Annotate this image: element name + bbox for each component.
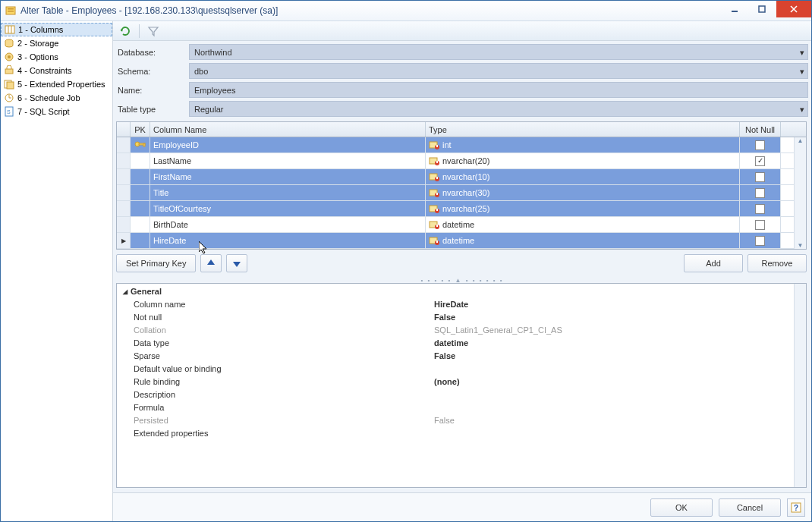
property-group-general[interactable]: ◢ General [123,287,788,296]
sidebar-item-storage[interactable]: 2 - Storage [1,36,112,50]
property-row[interactable]: Extended properties [123,426,788,439]
property-row[interactable]: Description [123,388,788,401]
cell-pk[interactable] [131,217,150,232]
row-selector[interactable] [117,137,131,153]
table-row[interactable]: LastNamenvarchar(20) [117,153,794,169]
cell-column-name[interactable]: LastName [150,153,426,168]
header-pk[interactable]: PK [131,122,150,137]
refresh-button[interactable] [118,24,133,39]
cell-pk[interactable] [131,169,150,184]
cell-column-name[interactable]: Title [150,185,426,200]
table-row[interactable]: FirstNamenvarchar(10) [117,169,794,185]
row-selector[interactable] [117,201,131,216]
cell-column-name[interactable]: FirstName [150,169,426,184]
sidebar-item-options[interactable]: 3 - Options [1,50,112,64]
ok-button[interactable]: OK [650,498,713,517]
row-selector[interactable] [117,185,131,200]
scroll-down-icon[interactable]: ▼ [798,242,804,249]
dialog-footer: OK Cancel ? [113,492,811,521]
cell-type[interactable]: datetime [426,233,740,248]
property-row[interactable]: Formula [123,401,788,414]
cell-not-null[interactable] [740,233,781,248]
property-row[interactable]: Data typedatetime [123,336,788,349]
property-row[interactable]: CollationSQL_Latin1_General_CP1_CI_AS [123,323,788,336]
cell-column-name[interactable]: BirthDate [150,217,426,232]
filter-button[interactable] [146,24,161,39]
cell-not-null[interactable] [740,153,781,168]
cell-type[interactable]: nvarchar(10) [426,169,740,184]
remove-button[interactable]: Remove [747,254,807,272]
row-selector[interactable] [117,233,131,248]
cell-pk[interactable] [131,153,150,168]
cancel-button[interactable]: Cancel [719,498,781,517]
checkbox[interactable] [755,204,765,214]
cell-pk[interactable] [131,201,150,216]
title-bar: Alter Table - Employees - [192.168.230.1… [1,1,811,21]
cell-type[interactable]: nvarchar(25) [426,201,740,216]
header-not-null[interactable]: Not Null [740,122,781,137]
table-row[interactable]: EmployeeIDint [117,137,794,153]
columns-icon [5,24,15,35]
cell-not-null[interactable] [740,169,781,184]
scroll-up-icon[interactable]: ▲ [798,137,804,144]
table-row[interactable]: TitleOfCourtesynvarchar(25) [117,201,794,217]
cell-pk[interactable] [131,185,150,200]
checkbox[interactable] [755,140,765,150]
cell-pk[interactable] [131,233,150,248]
svg-marker-47 [207,259,215,265]
cell-not-null[interactable] [740,185,781,200]
grid-scrollbar[interactable]: ▲ ▼ [794,137,806,249]
cell-column-name[interactable]: EmployeeID [150,137,426,153]
move-down-button[interactable] [226,254,247,272]
header-selector[interactable] [117,122,131,137]
name-field[interactable]: Employees [189,82,808,98]
svg-text:S: S [7,109,11,115]
checkbox[interactable] [755,156,765,166]
row-selector[interactable] [117,217,131,232]
set-primary-key-button[interactable]: Set Primary Key [116,254,196,272]
move-up-button[interactable] [200,254,222,272]
database-field[interactable]: Northwind▾ [189,44,808,60]
cell-not-null[interactable] [740,201,781,216]
cell-type[interactable]: datetime [426,217,740,232]
propgrid-scrollbar[interactable] [794,284,806,487]
checkbox[interactable] [755,220,765,230]
splitter[interactable]: • • • • • ▲ • • • • • • [113,277,811,283]
table-row[interactable]: HireDatedatetime [117,233,794,249]
row-selector[interactable] [117,169,131,184]
row-selector[interactable] [117,153,131,168]
checkbox[interactable] [755,188,765,198]
property-row[interactable]: PersistedFalse [123,414,788,426]
cell-column-name[interactable]: TitleOfCourtesy [150,201,426,216]
header-column-name[interactable]: Column Name [150,122,426,137]
property-row[interactable]: Default value or binding [123,362,788,375]
property-row[interactable]: Not nullFalse [123,310,788,323]
property-row[interactable]: Column nameHireDate [123,297,788,310]
sidebar-item-schedule-job[interactable]: 6 - Schedule Job [1,91,112,105]
property-row[interactable]: SparseFalse [123,349,788,362]
maximize-button[interactable] [749,1,775,17]
cell-type[interactable]: int [426,137,740,153]
cell-type[interactable]: nvarchar(30) [426,185,740,200]
sidebar-item-columns[interactable]: 1 - Columns [1,23,112,36]
cell-not-null[interactable] [740,217,781,232]
cell-pk[interactable] [131,137,150,153]
header-type[interactable]: Type [426,122,740,137]
table-row[interactable]: BirthDatedatetime [117,217,794,233]
schema-field[interactable]: dbo▾ [189,63,808,79]
close-button[interactable] [776,1,811,17]
minimize-button[interactable] [722,1,747,17]
cell-type[interactable]: nvarchar(20) [426,153,740,168]
add-button[interactable]: Add [684,254,743,272]
sidebar-item-extended-properties[interactable]: 5 - Extended Properties [1,77,112,91]
property-row[interactable]: Rule binding(none) [123,375,788,388]
cell-column-name[interactable]: HireDate [150,233,426,248]
tabletype-field[interactable]: Regular▾ [189,101,808,117]
checkbox[interactable] [755,172,765,182]
cell-not-null[interactable] [740,137,781,153]
checkbox[interactable] [755,236,765,246]
help-button[interactable]: ? [787,498,805,517]
table-row[interactable]: Titlenvarchar(30) [117,185,794,201]
sidebar-item-constraints[interactable]: 4 - Constraints [1,64,112,77]
sidebar-item-sql-script[interactable]: S 7 - SQL Script [1,105,112,118]
